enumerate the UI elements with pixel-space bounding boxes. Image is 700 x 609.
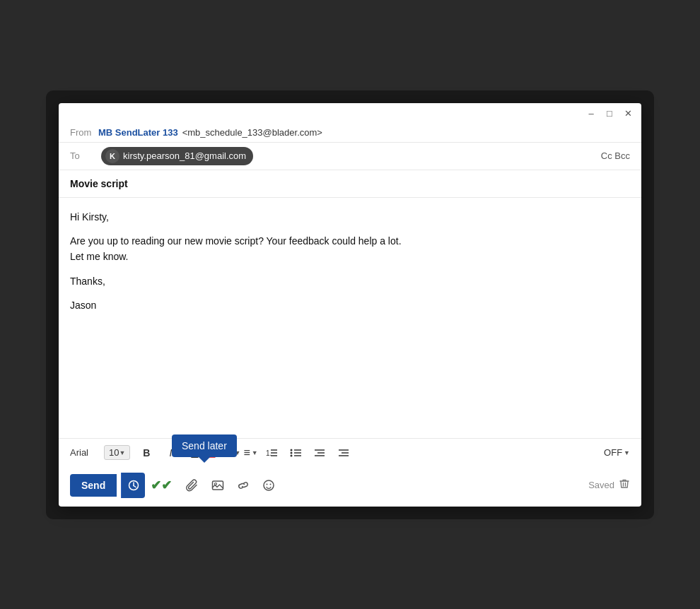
- attachment-actions: [182, 475, 279, 496]
- title-bar: – □ ✕: [59, 103, 641, 123]
- insert-image-button[interactable]: [207, 475, 228, 496]
- attach-file-button[interactable]: [182, 475, 203, 496]
- ordered-list-button[interactable]: 1.: [261, 443, 282, 463]
- from-row: From MB SendLater 133 <mb_schedule_133@b…: [59, 123, 641, 143]
- to-label: To: [70, 150, 98, 161]
- minimize-button[interactable]: –: [586, 109, 596, 119]
- svg-point-22: [267, 483, 268, 485]
- action-row: Send later Send ✔✔: [59, 467, 641, 507]
- to-row: To K kirsty.pearson_81@gmail.com Cc Bcc: [59, 143, 641, 170]
- from-name: MB SendLater 133: [98, 127, 178, 138]
- greeting: Hi Kirsty,: [70, 209, 630, 225]
- body-paragraph1: Are you up to reading our new movie scri…: [70, 233, 630, 265]
- align-icon: ≡: [243, 447, 250, 459]
- email-body[interactable]: Hi Kirsty, Are you up to reading our new…: [59, 198, 641, 438]
- cc-bcc-button[interactable]: Cc Bcc: [601, 150, 630, 161]
- off-chevron-icon: ▼: [624, 449, 630, 456]
- unordered-list-button[interactable]: [285, 443, 306, 463]
- insert-link-button[interactable]: [233, 475, 254, 496]
- paperclip-icon: [186, 479, 199, 492]
- font-size-selector[interactable]: 10 ▼: [104, 445, 130, 460]
- align-dropdown[interactable]: ≡ ▼: [243, 447, 257, 459]
- subject-text: Movie script: [70, 178, 128, 189]
- send-button[interactable]: Send: [70, 474, 117, 497]
- recipient-email: kirsty.pearson_81@gmail.com: [123, 150, 246, 161]
- recipient-chip[interactable]: K kirsty.pearson_81@gmail.com: [101, 147, 253, 165]
- maximize-button[interactable]: □: [605, 109, 614, 119]
- clock-icon: [128, 480, 139, 491]
- saved-text: Saved: [588, 480, 614, 490]
- indent-decrease-button[interactable]: [309, 443, 330, 463]
- bold-button[interactable]: B: [136, 443, 157, 463]
- svg-point-5: [290, 451, 292, 454]
- svg-point-23: [270, 483, 272, 485]
- check-button[interactable]: ✔✔: [149, 473, 173, 497]
- font-size-chevron-icon: ▼: [119, 449, 125, 456]
- close-button[interactable]: ✕: [623, 109, 633, 119]
- saved-status: Saved: [588, 478, 630, 492]
- subject-row: Movie script: [59, 170, 641, 198]
- emoji-icon: [262, 479, 275, 492]
- delete-draft-button[interactable]: [619, 478, 630, 492]
- from-label: From: [70, 127, 98, 138]
- sign-off: Thanks,: [70, 273, 630, 289]
- recipient-avatar: K: [105, 149, 119, 163]
- svg-line-18: [134, 485, 136, 487]
- send-scheduled-button[interactable]: [121, 473, 145, 498]
- indent-increase-button[interactable]: [333, 443, 354, 463]
- font-name-label: Arial: [70, 447, 98, 458]
- link-icon: [237, 479, 250, 492]
- send-later-tooltip: Send later: [172, 434, 237, 457]
- formatting-toolbar: Arial 10 ▼ B I U A ▼ A ▼ ≡ ▼ 1.: [59, 438, 641, 467]
- trash-icon: [619, 478, 630, 490]
- image-icon: [211, 479, 224, 492]
- svg-point-4: [290, 449, 292, 451]
- align-chevron-icon: ▼: [252, 449, 258, 456]
- off-toggle[interactable]: OFF ▼: [604, 447, 630, 458]
- sender-name: Jason: [70, 297, 630, 313]
- check-icon: ✔✔: [151, 478, 172, 493]
- from-email: <mb_schedule_133@blader.com>: [182, 127, 322, 138]
- svg-point-6: [290, 454, 292, 456]
- insert-emoji-button[interactable]: [258, 475, 279, 496]
